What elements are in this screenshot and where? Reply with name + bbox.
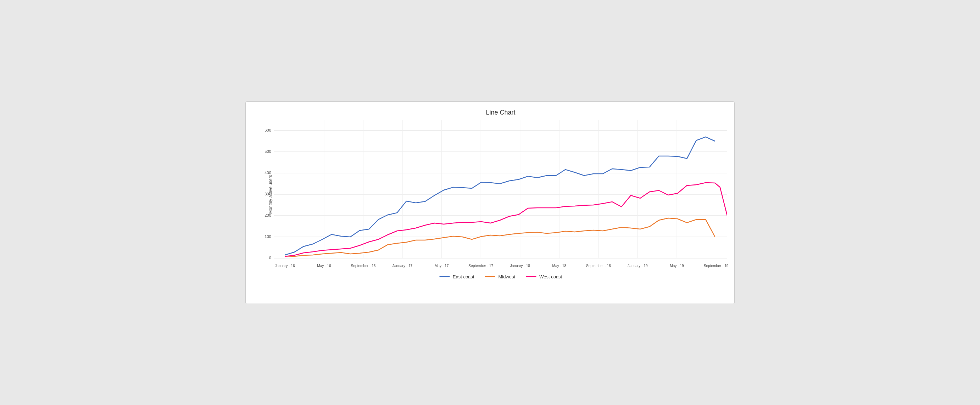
west-coast-legend-line	[526, 276, 536, 277]
svg-text:May - 16: May - 16	[317, 264, 331, 268]
svg-text:May - 18: May - 18	[552, 264, 566, 268]
svg-text:January - 16: January - 16	[275, 264, 295, 268]
y-axis-label: Monthly active users	[268, 175, 273, 214]
chart-container: Line Chart Monthly active users 0 100	[245, 101, 735, 304]
chart-title: Line Chart	[274, 109, 727, 116]
chart-area: Monthly active users 0 100 200 30	[274, 120, 727, 269]
east-coast-line	[285, 137, 715, 255]
svg-text:400: 400	[264, 171, 271, 175]
svg-text:May - 17: May - 17	[435, 264, 449, 268]
svg-text:500: 500	[264, 149, 271, 153]
svg-text:September - 17: September - 17	[468, 264, 493, 268]
chart-svg: 0 100 200 300 400 500 600 January - 16 M…	[274, 120, 727, 269]
svg-text:January - 18: January - 18	[510, 264, 530, 268]
svg-text:January - 17: January - 17	[393, 264, 413, 268]
svg-text:100: 100	[264, 234, 271, 239]
east-coast-legend-label: East coast	[453, 274, 474, 279]
svg-text:September - 18: September - 18	[586, 264, 611, 268]
midwest-legend-label: Midwest	[498, 274, 515, 279]
east-coast-legend-line	[439, 276, 450, 277]
legend-item-west-coast: West coast	[526, 274, 562, 279]
svg-text:600: 600	[264, 128, 271, 132]
midwest-legend-line	[485, 276, 495, 277]
svg-text:September - 16: September - 16	[351, 264, 376, 268]
west-coast-legend-label: West coast	[539, 274, 562, 279]
chart-legend: East coast Midwest West coast	[274, 274, 727, 279]
svg-text:January - 19: January - 19	[628, 264, 648, 268]
svg-text:September - 19: September - 19	[704, 264, 729, 268]
svg-text:0: 0	[269, 256, 271, 260]
legend-item-east-coast: East coast	[439, 274, 474, 279]
svg-text:May - 19: May - 19	[670, 264, 684, 268]
legend-item-midwest: Midwest	[485, 274, 515, 279]
